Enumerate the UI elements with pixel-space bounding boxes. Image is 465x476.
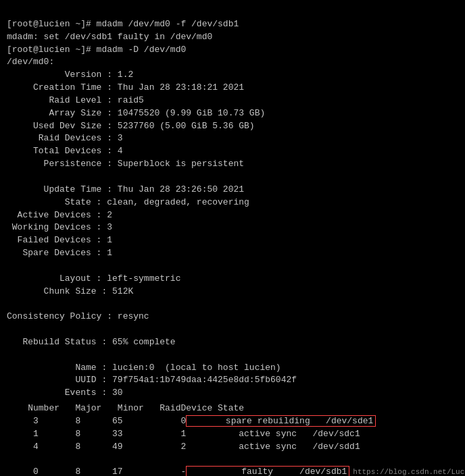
detail-val: 1 [107,248,112,258]
table-row: 1 8 33 1 active sync /dev/sdc1 [7,428,458,441]
detail-key: Used Dev Size : [7,121,118,131]
detail-key: UUID : [7,375,112,385]
table-row: 0 8 17 - faulty /dev/sdb1https://blog.cs… [7,466,458,476]
cmd-line-2: [root@lucien ~]# mdadm -D /dev/md0 [7,45,186,55]
detail-val: 3 [118,133,123,143]
detail-key: Array Size : [7,108,118,118]
highlight-span: spare rebuilding /dev/sde1 [186,415,376,427]
detail-line: Rebuild Status : 65% complete [7,336,458,349]
detail-key: Version : [7,70,118,80]
detail-val: 65% complete [112,337,176,347]
detail-line: Array Size : 10475520 (9.99 GiB 10.73 GB… [7,107,458,120]
detail-key: Layout : [7,273,107,284]
detail-val: 1 [107,235,112,245]
detail-val: 1.2 [118,70,133,80]
detail-val: 4 [118,146,123,156]
detail-key: Persistence : [7,159,118,169]
detail-line: Spare Devices : 1 [7,247,458,260]
detail-val: lucien:0 (local to host lucien) [112,363,281,373]
detail-key: Events : [7,388,112,398]
detail-line [7,298,458,311]
detail-key: Update Time : [7,184,118,194]
detail-key: Active Devices : [7,210,107,220]
detail-val: resync [118,311,149,321]
detail-val: clean, degraded, recovering [107,197,249,207]
detail-line: Version : 1.2 [7,69,458,82]
detail-line: Active Devices : 2 [7,209,458,222]
highlight-span: faulty /dev/sdb1 [186,466,349,476]
detail-line: Used Dev Size : 5237760 (5.00 GiB 5.36 G… [7,120,458,133]
watermark: https://blog.csdn.net/Lucien010230 [353,468,465,476]
detail-val: raid5 [118,95,144,105]
detail-line: Raid Level : raid5 [7,95,458,107]
terminal: [root@lucien ~]# mdadm /dev/md0 -f /dev/… [7,5,458,69]
detail-val: left-symmetric [107,273,180,284]
detail-val: 10475520 (9.99 GiB 10.73 GB) [118,108,265,118]
detail-val: 30 [112,388,123,398]
detail-line: Layout : left-symmetric [7,273,458,286]
detail-key: Spare Devices : [7,248,107,258]
detail-line: Raid Devices : 3 [7,132,458,145]
output-line-1: mdadm: set /dev/sdb1 faulty in /dev/md0 [7,32,212,42]
table-row [7,454,458,467]
detail-key: Failed Devices : [7,235,107,245]
detail-val: 3 [107,222,112,232]
detail-key: Raid Devices : [7,133,118,143]
detail-block: Version : 1.2 Creation Time : Thu Jan 28… [7,69,458,400]
detail-line: UUID : 79f754a1:1b749daa:4425e8dd:5fb604… [7,374,458,387]
detail-line [7,349,458,362]
detail-line: Events : 30 [7,387,458,400]
detail-line: Update Time : Thu Jan 28 23:26:50 2021 [7,184,458,196]
table-rows: 3 8 65 0 spare rebuilding /dev/sde1 1 8 … [7,415,458,476]
detail-key: Chunk Size : [7,286,112,296]
detail-key: Name : [7,363,112,373]
detail-line [7,260,458,273]
detail-line [7,323,458,336]
detail-line: Creation Time : Thu Jan 28 23:18:21 2021 [7,82,458,95]
detail-line: Chunk Size : 512K [7,286,458,298]
cmd-line-1: [root@lucien ~]# mdadm /dev/md0 -f /dev/… [7,19,239,29]
detail-key: Creation Time : [7,82,118,92]
detail-val: 79f754a1:1b749daa:4425e8dd:5fb6042f [112,375,297,385]
table-row: 4 8 49 2 active sync /dev/sdd1 [7,441,458,454]
detail-line: Persistence : Superblock is persistent [7,158,458,171]
table-header: Number Major Minor RaidDevice State [7,402,458,415]
detail-val: 2 [107,210,112,220]
detail-line: Consistency Policy : resync [7,311,458,323]
detail-line [7,171,458,184]
detail-line: Failed Devices : 1 [7,234,458,247]
detail-key: Rebuild Status : [7,337,112,347]
detail-val: Thu Jan 28 23:18:21 2021 [118,82,244,92]
detail-val: Superblock is persistent [118,159,244,169]
output-line-2: /dev/md0: [7,57,54,67]
detail-val: 512K [112,286,133,296]
detail-line: Total Devices : 4 [7,145,458,158]
detail-val: 5237760 (5.00 GiB 5.36 GB) [118,121,255,131]
detail-key: Working Devices : [7,222,107,232]
detail-key: State : [7,197,107,207]
detail-key: Total Devices : [7,146,118,156]
table-row: 3 8 65 0 spare rebuilding /dev/sde1 [7,415,458,428]
detail-val: Thu Jan 28 23:26:50 2021 [118,184,244,194]
detail-line: Working Devices : 3 [7,221,458,234]
detail-line: Name : lucien:0 (local to host lucien) [7,362,458,375]
detail-key: Raid Level : [7,95,118,105]
detail-line: State : clean, degraded, recovering [7,196,458,209]
detail-key: Consistency Policy : [7,311,118,321]
